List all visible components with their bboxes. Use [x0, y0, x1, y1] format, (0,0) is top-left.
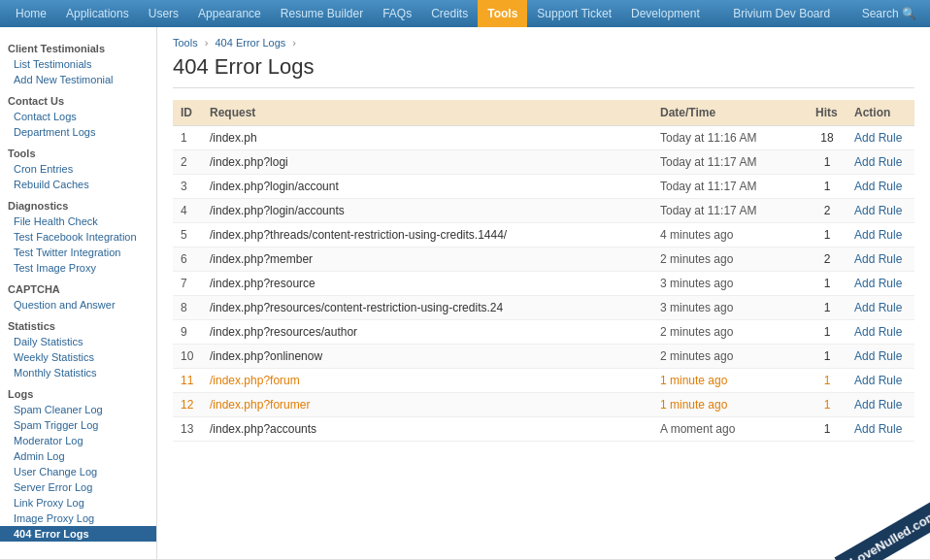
- cell-datetime: Today at 11:17 AM: [652, 150, 808, 175]
- breadcrumb: Tools › 404 Error Logs ›: [173, 37, 914, 49]
- nav-faqs[interactable]: FAQs: [373, 0, 421, 27]
- nav-resume-builder[interactable]: Resume Builder: [271, 0, 373, 27]
- cell-id: 6: [173, 247, 202, 272]
- cell-hits: 1: [808, 175, 847, 199]
- table-row: 8 /index.php?resources/content-restricti…: [173, 296, 914, 320]
- col-header-request: Request: [202, 100, 652, 126]
- sidebar-item-department-logs[interactable]: Department Logs: [0, 124, 156, 140]
- cell-datetime: 2 minutes ago: [652, 320, 808, 345]
- add-rule-link[interactable]: Add Rule: [854, 204, 902, 217]
- breadcrumb-tools[interactable]: Tools: [173, 37, 198, 49]
- nav-brivium[interactable]: Brivium Dev Board: [725, 7, 838, 20]
- cell-request: /index.php?logi: [202, 150, 652, 175]
- cell-request: /index.php?resource: [202, 272, 652, 296]
- nav-search[interactable]: Search 🔍: [854, 7, 924, 20]
- sidebar-item-list-testimonials[interactable]: List Testimonials: [0, 56, 156, 72]
- add-rule-link[interactable]: Add Rule: [854, 252, 902, 266]
- sidebar-item-image-proxy-log[interactable]: Image Proxy Log: [0, 511, 156, 526]
- table-row: 4 /index.php?login/accounts Today at 11:…: [173, 199, 914, 223]
- sidebar-item-moderator-log[interactable]: Moderator Log: [0, 433, 156, 448]
- cell-datetime: Today at 11:16 AM: [652, 126, 808, 150]
- add-rule-link[interactable]: Add Rule: [854, 374, 902, 387]
- sidebar-item-contact-logs[interactable]: Contact Logs: [0, 109, 156, 124]
- add-rule-link[interactable]: Add Rule: [854, 277, 902, 290]
- nav-home[interactable]: Home: [6, 0, 56, 27]
- cell-id: 9: [173, 320, 202, 345]
- nav-tools[interactable]: Tools: [478, 0, 527, 27]
- cell-datetime: 1 minute ago: [652, 393, 808, 417]
- sidebar-item-file-health-check[interactable]: File Health Check: [0, 214, 156, 229]
- add-rule-link[interactable]: Add Rule: [854, 180, 902, 193]
- sidebar-item-link-proxy-log[interactable]: Link Proxy Log: [0, 495, 156, 511]
- sidebar-item-question-answer[interactable]: Question and Answer: [0, 297, 156, 313]
- cell-id: 5: [173, 223, 202, 247]
- col-header-datetime: Date/Time: [652, 100, 808, 126]
- cell-hits: 18: [808, 126, 847, 150]
- sidebar-section-tools: Tools: [0, 140, 156, 161]
- sidebar-item-add-testimonial[interactable]: Add New Testimonial: [0, 72, 156, 87]
- cell-request: /index.php?accounts: [202, 417, 652, 442]
- nav-credits[interactable]: Credits: [421, 0, 478, 27]
- cell-id: 4: [173, 199, 202, 223]
- sidebar-section-client-testimonials: Client Testimonials: [0, 35, 156, 56]
- add-rule-link[interactable]: Add Rule: [854, 349, 902, 363]
- table-row: 10 /index.php?onlinenow 2 minutes ago 1 …: [173, 345, 914, 369]
- table-row: 1 /index.ph Today at 11:16 AM 18 Add Rul…: [173, 126, 914, 150]
- error-logs-table: ID Request Date/Time Hits Action 1 /inde…: [173, 100, 914, 442]
- cell-request: /index.php?login/account: [202, 175, 652, 199]
- add-rule-link[interactable]: Add Rule: [854, 398, 902, 412]
- cell-id: 11: [173, 369, 202, 393]
- col-header-id: ID: [173, 100, 202, 126]
- sidebar-item-user-change-log[interactable]: User Change Log: [0, 464, 156, 479]
- cell-request: /index.ph: [202, 126, 652, 150]
- sidebar-item-admin-log[interactable]: Admin Log: [0, 448, 156, 464]
- col-header-action: Action: [847, 100, 914, 126]
- cell-datetime: 1 minute ago: [652, 369, 808, 393]
- add-rule-link[interactable]: Add Rule: [854, 301, 902, 314]
- cell-hits: 1: [808, 150, 847, 175]
- sidebar-item-test-twitter[interactable]: Test Twitter Integration: [0, 245, 156, 260]
- nav-users[interactable]: Users: [139, 0, 188, 27]
- add-rule-link[interactable]: Add Rule: [854, 325, 902, 339]
- cell-datetime: Today at 11:17 AM: [652, 175, 808, 199]
- cell-hits: 2: [808, 199, 847, 223]
- sidebar-item-server-error-log[interactable]: Server Error Log: [0, 479, 156, 495]
- add-rule-link[interactable]: Add Rule: [854, 131, 902, 145]
- sidebar-item-cron-entries[interactable]: Cron Entries: [0, 161, 156, 177]
- sidebar-item-404-error-logs[interactable]: 404 Error Logs: [0, 526, 156, 542]
- col-header-hits: Hits: [808, 100, 847, 126]
- sidebar-section-captcha: CAPTCHA: [0, 276, 156, 297]
- sidebar-item-monthly-statistics[interactable]: Monthly Statistics: [0, 365, 156, 380]
- table-row: 5 /index.php?threads/content-restriction…: [173, 223, 914, 247]
- page-title: 404 Error Logs: [173, 54, 914, 88]
- nav-support-ticket[interactable]: Support Ticket: [527, 0, 621, 27]
- nav-development[interactable]: Development: [621, 0, 710, 27]
- cell-hits: 1: [808, 320, 847, 345]
- sidebar-item-test-image-proxy[interactable]: Test Image Proxy: [0, 260, 156, 276]
- cell-action: Add Rule: [847, 247, 914, 272]
- cell-action: Add Rule: [847, 320, 914, 345]
- add-rule-link[interactable]: Add Rule: [854, 228, 902, 242]
- sidebar-section-diagnostics: Diagnostics: [0, 192, 156, 214]
- cell-id: 7: [173, 272, 202, 296]
- sidebar-item-daily-statistics[interactable]: Daily Statistics: [0, 334, 156, 349]
- cell-action: Add Rule: [847, 417, 914, 442]
- cell-request: /index.php?threads/content-restriction-u…: [202, 223, 652, 247]
- nav-applications[interactable]: Applications: [56, 0, 139, 27]
- cell-request: /index.php?member: [202, 247, 652, 272]
- sidebar-item-test-facebook[interactable]: Test Facebook Integration: [0, 229, 156, 245]
- nav-appearance[interactable]: Appearance: [188, 0, 271, 27]
- add-rule-link[interactable]: Add Rule: [854, 422, 902, 436]
- breadcrumb-404-error-logs[interactable]: 404 Error Logs: [215, 37, 285, 49]
- cell-datetime: 2 minutes ago: [652, 247, 808, 272]
- sidebar-item-rebuild-caches[interactable]: Rebuild Caches: [0, 177, 156, 192]
- sidebar-item-spam-cleaner-log[interactable]: Spam Cleaner Log: [0, 402, 156, 417]
- sidebar-item-weekly-statistics[interactable]: Weekly Statistics: [0, 349, 156, 365]
- cell-datetime: 2 minutes ago: [652, 345, 808, 369]
- cell-id: 2: [173, 150, 202, 175]
- sidebar-section-statistics: Statistics: [0, 313, 156, 334]
- sidebar-item-spam-trigger-log[interactable]: Spam Trigger Log: [0, 417, 156, 433]
- add-rule-link[interactable]: Add Rule: [854, 155, 902, 169]
- cell-datetime: Today at 11:17 AM: [652, 199, 808, 223]
- cell-id: 3: [173, 175, 202, 199]
